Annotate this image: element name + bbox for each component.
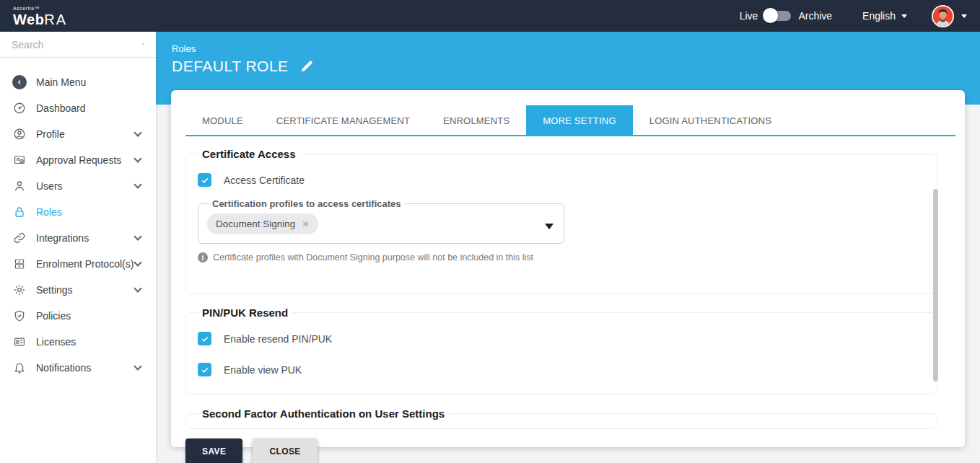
close-button[interactable]: CLOSE <box>253 438 317 463</box>
tab-login-authentications[interactable]: LOGIN AUTHENTICATIONS <box>633 105 788 135</box>
sidebar-item-label: Dashboard <box>36 102 144 114</box>
tab-enrolments[interactable]: ENROLMENTS <box>426 105 526 135</box>
sidebar-item-label: Users <box>36 180 135 192</box>
access-certificate-checkbox[interactable] <box>198 173 211 187</box>
chevron-down-icon <box>134 128 141 136</box>
tab-bar: MODULE CERTIFICATE MANAGEMENT ENROLMENTS… <box>185 105 955 136</box>
check-icon <box>201 176 209 185</box>
enable-view-puk-checkbox[interactable] <box>198 363 211 376</box>
remove-chip-icon[interactable] <box>302 220 310 228</box>
sidebar-item-licenses[interactable]: Licenses <box>0 329 156 355</box>
breadcrumb: Roles <box>172 43 980 54</box>
scrollbar-thumb[interactable] <box>933 189 938 382</box>
shield-check-icon <box>12 309 27 323</box>
sidebar-item-label: Notifications <box>36 362 135 374</box>
avatar-illustration <box>933 6 953 26</box>
webra-app: Ascertia™ WebRA Live Archive English <box>0 0 980 463</box>
archive-label: Archive <box>798 10 832 22</box>
enable-resend-pin-puk-checkbox[interactable] <box>198 332 211 345</box>
page-title: DEFAULT ROLE <box>172 58 289 75</box>
caret-down-icon <box>961 14 967 18</box>
toggle-knob[interactable] <box>763 8 778 23</box>
caret-down-icon <box>901 14 907 18</box>
checkbox-label: Access Certificate <box>224 175 305 186</box>
sidebar-item-dashboard[interactable]: Dashboard <box>0 95 156 121</box>
dropdown-caret-icon[interactable] <box>545 224 554 229</box>
dashboard-icon <box>12 101 27 115</box>
section-title: Certificate Access <box>198 148 300 160</box>
sidebar-item-enrolment-protocols[interactable]: Enrolment Protocol(s) <box>0 251 156 277</box>
sidebar-item-integrations[interactable]: Integrations <box>0 225 156 251</box>
sidebar-item-label: Integrations <box>36 232 135 244</box>
live-archive-switch: Live Archive <box>740 10 832 22</box>
card-footer: SAVE CLOSE <box>171 429 965 463</box>
sidebar-item-label: Policies <box>36 310 144 322</box>
user-menu[interactable] <box>932 5 967 27</box>
search-icon[interactable] <box>142 38 144 50</box>
chevron-down-icon <box>134 180 141 188</box>
sidebar-item-main-menu[interactable]: Main Menu <box>0 69 156 95</box>
sidebar-menu: Main Menu Dashboard Profile Approva <box>0 58 156 381</box>
tab-more-setting[interactable]: MORE SETTING <box>526 105 632 135</box>
sidebar-search <box>0 32 156 58</box>
brand-logo: Ascertia™ WebRA <box>0 6 67 27</box>
live-label: Live <box>740 10 758 22</box>
sidebar-item-label: Main Menu <box>36 76 144 88</box>
check-icon <box>201 366 209 374</box>
users-icon <box>12 179 27 193</box>
enable-view-puk-row: Enable view PUK <box>198 363 927 376</box>
bell-icon <box>12 361 27 375</box>
tab-module[interactable]: MODULE <box>185 105 260 135</box>
check-icon <box>201 335 209 343</box>
info-note: i Certificate profiles with Document Sig… <box>198 252 927 263</box>
info-text: Certificate profiles with Document Signi… <box>213 252 533 263</box>
section-title: PIN/PUK Resend <box>198 307 292 319</box>
live-archive-toggle[interactable] <box>765 11 791 21</box>
pin-puk-section: PIN/PUK Resend Enable resend PIN/PUK Ena… <box>185 307 937 394</box>
lock-icon <box>12 205 27 219</box>
sidebar-item-label: Roles <box>36 206 144 218</box>
selected-profile-chip: Document Signing <box>207 213 318 234</box>
avatar[interactable] <box>932 5 954 27</box>
info-icon: i <box>198 252 208 263</box>
topbar-actions: Live Archive English <box>740 5 980 27</box>
pencil-icon[interactable] <box>300 60 313 73</box>
save-button[interactable]: SAVE <box>185 438 242 463</box>
chevron-down-icon <box>134 284 141 292</box>
sidebar-item-label: Enrolment Protocol(s) <box>36 258 135 270</box>
tab-content: Certificate Access Access Certificate Ce… <box>171 136 965 429</box>
gear-icon <box>12 283 27 297</box>
sidebar-item-notifications[interactable]: Notifications <box>0 355 156 381</box>
sidebar-item-roles[interactable]: Roles <box>0 199 156 225</box>
chevron-down-icon <box>134 232 141 240</box>
chevron-down-icon <box>134 258 141 266</box>
protocol-icon <box>12 257 27 271</box>
certificate-access-section: Certificate Access Access Certificate Ce… <box>185 148 937 294</box>
tab-certificate-management[interactable]: CERTIFICATE MANAGEMENT <box>260 105 426 135</box>
certification-profiles-select[interactable]: Certification profiles to access certifi… <box>198 198 564 244</box>
sidebar-item-users[interactable]: Users <box>0 173 156 199</box>
chevron-down-icon <box>134 154 141 162</box>
role-settings-card: MODULE CERTIFICATE MANAGEMENT ENROLMENTS… <box>171 90 965 447</box>
sidebar-item-profile[interactable]: Profile <box>0 121 156 147</box>
enable-resend-pin-puk-row: Enable resend PIN/PUK <box>198 332 927 345</box>
checkbox-label: Enable resend PIN/PUK <box>224 333 332 345</box>
select-label: Certification profiles to access certifi… <box>209 198 405 209</box>
chip-label: Document Signing <box>216 219 295 229</box>
sidebar-item-settings[interactable]: Settings <box>0 277 156 303</box>
section-title: Second Factor Authentication on User Set… <box>198 407 449 420</box>
id-card-icon <box>12 335 27 349</box>
search-input[interactable] <box>12 39 142 50</box>
language-label: English <box>862 10 896 22</box>
approval-icon <box>12 153 27 167</box>
profile-icon <box>12 127 27 141</box>
sidebar-item-policies[interactable]: Policies <box>0 303 156 329</box>
link-icon <box>12 231 27 245</box>
main-area: Roles DEFAULT ROLE MODULE CERTIFICATE MA… <box>156 32 980 463</box>
sidebar-item-label: Approval Requests <box>36 154 135 166</box>
sidebar-item-label: Settings <box>36 284 135 296</box>
chevron-down-icon <box>134 362 141 370</box>
language-dropdown[interactable]: English <box>862 10 907 22</box>
checkbox-label: Enable view PUK <box>224 364 302 376</box>
sidebar-item-approval-requests[interactable]: Approval Requests <box>0 147 156 173</box>
